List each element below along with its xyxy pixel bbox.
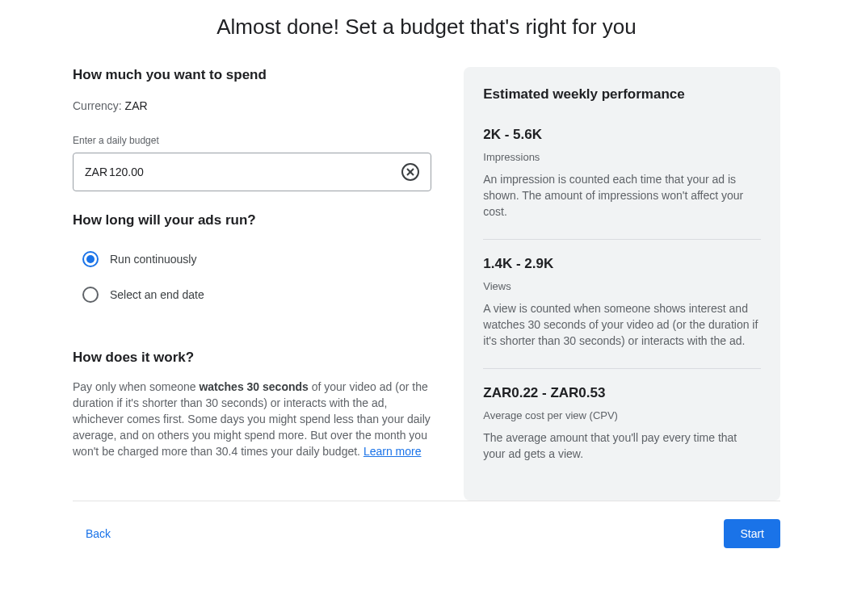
page-title: Almost done! Set a budget that's right f… [73, 15, 780, 40]
budget-input-field[interactable] [109, 166, 401, 178]
footer: Back Start [73, 501, 780, 548]
radio-select-end-date[interactable]: Select an end date [73, 277, 431, 312]
currency-value: ZAR [125, 99, 148, 112]
radio-label-end-date: Select an end date [110, 288, 204, 301]
metric-impressions: 2K - 5.6K Impressions An impression is c… [483, 124, 761, 239]
how-it-works-heading: How does it work? [73, 350, 431, 366]
budget-input-label: Enter a daily budget [73, 135, 431, 146]
start-button[interactable]: Start [724, 519, 780, 548]
metric-value: 2K - 5.6K [483, 127, 761, 143]
budget-input[interactable]: ZAR [73, 153, 431, 191]
radio-run-continuously[interactable]: Run continuously [73, 241, 431, 277]
clear-input-button[interactable] [401, 163, 419, 181]
how-it-works-body: Pay only when someone watches 30 seconds… [73, 379, 431, 459]
radio-label-continuous: Run continuously [110, 253, 196, 266]
close-icon [406, 168, 414, 176]
metric-desc: The average amount that you'll pay every… [483, 430, 761, 462]
spend-heading: How much you want to spend [73, 67, 431, 83]
radio-icon-unselected [82, 287, 99, 303]
metric-views: 1.4K - 2.9K Views A view is counted when… [483, 239, 761, 368]
metric-name: Views [483, 280, 761, 292]
radio-icon-selected [82, 251, 99, 267]
how-body-pre: Pay only when someone [73, 380, 199, 393]
budget-input-prefix: ZAR [85, 166, 107, 178]
back-button[interactable]: Back [73, 521, 124, 547]
learn-more-link[interactable]: Learn more [363, 445, 422, 458]
currency-label: Currency: [73, 99, 125, 112]
how-body-bold: watches 30 seconds [199, 380, 308, 393]
metric-value: ZAR0.22 - ZAR0.53 [483, 385, 761, 401]
currency-line: Currency: ZAR [73, 99, 431, 112]
metric-name: Average cost per view (CPV) [483, 409, 761, 421]
metric-desc: An impression is counted each time that … [483, 171, 761, 220]
metric-name: Impressions [483, 151, 761, 163]
metric-value: 1.4K - 2.9K [483, 256, 761, 272]
estimate-panel: Estimated weekly performance 2K - 5.6K I… [464, 67, 780, 501]
metric-cpv: ZAR0.22 - ZAR0.53 Average cost per view … [483, 368, 761, 481]
metric-desc: A view is counted when someone shows int… [483, 300, 761, 349]
duration-radio-group: Run continuously Select an end date [73, 241, 431, 312]
duration-heading: How long will your ads run? [73, 212, 431, 228]
estimate-heading: Estimated weekly performance [483, 86, 761, 103]
left-column: How much you want to spend Currency: ZAR… [73, 67, 431, 501]
main-columns: How much you want to spend Currency: ZAR… [73, 67, 780, 501]
